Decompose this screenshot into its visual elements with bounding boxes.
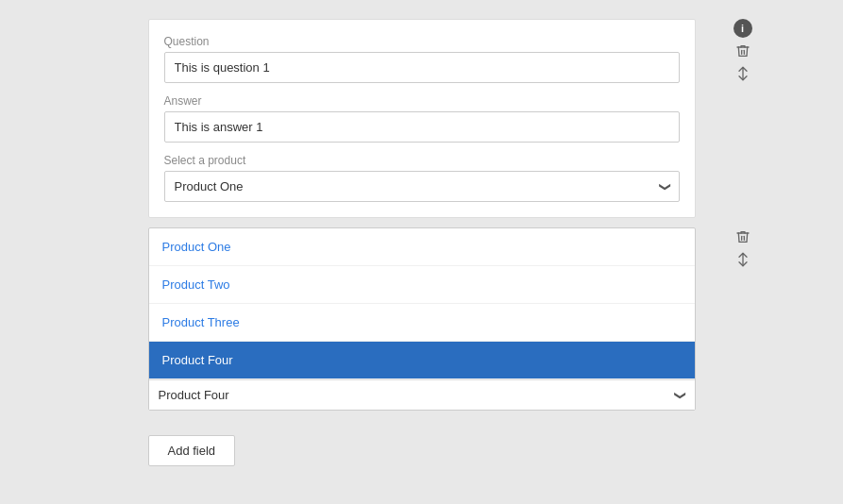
question-input[interactable] [164,52,680,83]
dropdown-open-block: Product One Product Two Product Three Pr… [148,227,696,411]
info-icon[interactable]: i [733,19,752,38]
dropdown-option-3-label: Product Three [162,315,240,329]
page-container: Question Answer Select a product Product… [0,9,843,504]
field-block-2-actions [733,227,752,269]
question-label: Question [164,35,680,48]
dropdown-option-4-label: Product Four [162,353,233,367]
move-button-1[interactable] [733,64,752,83]
dropdown-container: Product One Product Two Product Three Pr… [148,227,696,411]
select-product-group: Select a product Product One Product Two… [164,154,680,202]
info-icon-label: i [741,23,744,34]
answer-field-group: Answer [164,94,680,143]
dropdown-footer-chevron-icon: ❯ [674,391,687,400]
dropdown-option-2[interactable]: Product Two [149,266,695,304]
add-field-button[interactable]: Add field [148,435,236,466]
delete-button-2[interactable] [733,227,752,246]
dropdown-footer[interactable]: Product Four ❯ [149,379,695,410]
dropdown-option-1-label: Product One [162,240,231,254]
answer-label: Answer [164,94,680,108]
dropdown-footer-text: Product Four [159,388,229,402]
move-button-2[interactable] [733,250,752,269]
main-content: Question Answer Select a product Product… [148,19,696,466]
add-field-section: Add field [148,426,696,466]
delete-button-1[interactable] [733,42,752,60]
product-select[interactable]: Product One Product Two Product Three Pr… [164,171,680,202]
dropdown-option-3[interactable]: Product Three [149,304,695,342]
dropdown-option-2-label: Product Two [162,277,230,292]
section-block-1: Question Answer Select a product Product… [148,19,696,218]
question-field-group: Question [164,35,680,83]
field-block-1: Question Answer Select a product Product… [148,19,696,218]
dropdown-option-1[interactable]: Product One [149,228,695,266]
dropdown-option-4[interactable]: Product Four [149,342,695,379]
select-product-label: Select a product [164,154,680,167]
field-block-1-actions: i [733,19,752,83]
select-wrapper: Product One Product Two Product Three Pr… [164,171,680,202]
answer-input[interactable] [164,111,680,143]
